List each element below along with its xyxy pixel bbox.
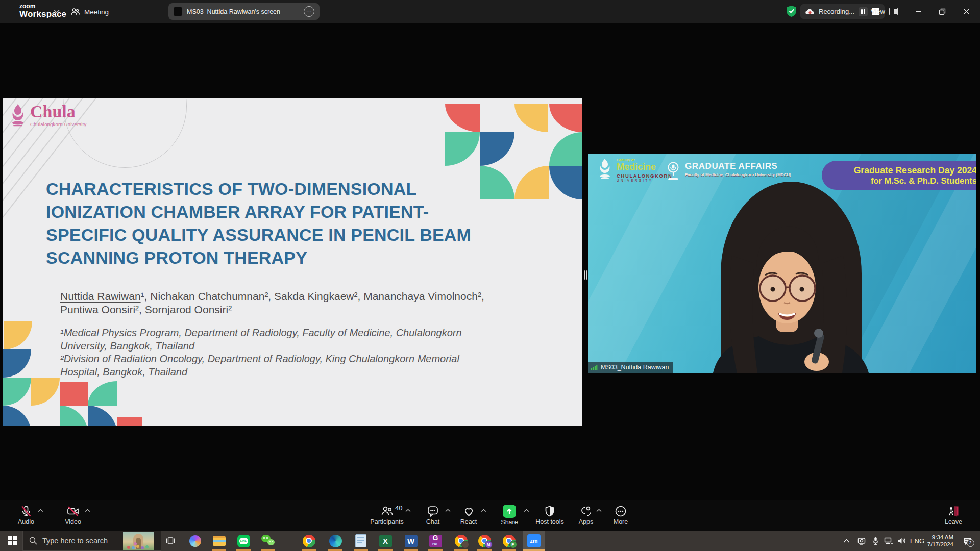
connection-signal-icon (591, 365, 598, 370)
decor-tile (31, 378, 60, 406)
tab-shared-screen[interactable]: MS03_Nuttida Rawiwan's screen ⋯ (168, 3, 320, 20)
share-button[interactable]: Share (493, 500, 526, 531)
graduate-affairs-title: GRADUATE AFFAIRS (685, 162, 791, 171)
event-banner: Graduate Research Day 2024 for M.Sc. & P… (822, 161, 976, 190)
pane-resize-handle[interactable] (583, 269, 588, 281)
speaker-icon (897, 537, 906, 544)
maximize-button[interactable] (930, 0, 954, 23)
decor-tile (60, 406, 88, 426)
tab-meeting[interactable]: Meeting (70, 4, 109, 19)
mic-muted-icon (20, 505, 32, 517)
search-daily-image[interactable] (123, 532, 154, 550)
chrome-profile-2-button[interactable]: M (474, 531, 495, 551)
notification-center-button[interactable]: 2 (959, 531, 976, 551)
view-button[interactable]: View (871, 4, 898, 19)
tray-language-button[interactable]: ENG (909, 531, 926, 551)
close-button[interactable] (954, 0, 978, 23)
task-view-button[interactable] (162, 531, 179, 551)
excel-icon: X (379, 535, 392, 547)
minimize-button[interactable] (906, 0, 930, 23)
ethernet-icon (884, 537, 893, 545)
host-tools-button[interactable]: Host tools (531, 500, 569, 531)
word-button[interactable]: W (400, 531, 422, 551)
tray-hidden-icons-button[interactable] (840, 531, 852, 551)
copilot-button[interactable] (185, 531, 205, 551)
profile-m-badge: M (485, 541, 493, 548)
share-options-chevron[interactable] (524, 509, 529, 512)
react-options-chevron[interactable] (481, 509, 486, 512)
cloud-recording-icon (805, 8, 815, 15)
chrome-profile-1-button[interactable] (450, 531, 472, 551)
chrome-profile-2-icon: M (478, 535, 491, 547)
wechat-icon (261, 535, 275, 547)
chulalongkorn-label: CHULALONGKORN (617, 173, 672, 179)
file-explorer-button[interactable] (208, 531, 230, 551)
chrome-profile-3-button[interactable]: P (498, 531, 520, 551)
tab-meeting-label: Meeting (84, 8, 109, 16)
notepad-button[interactable] (350, 531, 372, 551)
security-shield-icon[interactable] (786, 5, 797, 17)
edge-button[interactable] (325, 531, 346, 551)
video-button[interactable]: Video (58, 500, 88, 531)
chulalongkorn-emblem-icon (597, 158, 612, 182)
taskbar-search[interactable]: Type here to search (22, 531, 161, 551)
participants-button[interactable]: Participants 40 (363, 500, 410, 531)
start-button[interactable] (4, 531, 20, 551)
decor-tile (3, 378, 31, 406)
speaker-video-tile[interactable]: Faculty of Medicine CHULALONGKORN UNIVER… (588, 154, 976, 373)
more-button[interactable]: More (605, 500, 636, 531)
chrome-button[interactable] (298, 531, 320, 551)
chrome-profile-1-icon (455, 535, 468, 547)
tray-mic-indicator[interactable] (869, 531, 881, 551)
tray-volume-button[interactable] (894, 531, 909, 551)
tray-camera-indicator[interactable] (855, 531, 869, 551)
task-view-icon (166, 537, 175, 545)
participant-nameplate: MS03_Nuttida Rawiwan (588, 362, 673, 373)
clock-time: 9:34 AM (932, 534, 953, 541)
decor-tile (60, 382, 88, 406)
audio-options-chevron[interactable] (38, 509, 43, 512)
tray-clock[interactable]: 9:34 AM 7/17/2024 (925, 531, 953, 551)
titlebar: zoom Workspace Meeting MS03_Nuttida Rawi… (0, 0, 980, 23)
video-options-chevron[interactable] (85, 509, 90, 512)
edge-icon (329, 535, 342, 547)
camera-in-use-icon (857, 537, 867, 545)
wechat-button[interactable] (257, 531, 279, 551)
tray-network-button[interactable] (882, 531, 895, 551)
ellipsis-icon[interactable]: ⋯ (304, 6, 314, 17)
leave-door-icon (947, 505, 960, 517)
apps-options-chevron[interactable] (596, 509, 602, 512)
audio-button[interactable]: Audio (11, 500, 41, 531)
chevron-down-icon[interactable] (54, 9, 60, 13)
decor-tile (117, 417, 142, 426)
university-label: UNIVERSITY (617, 179, 672, 182)
windows-logo-icon (8, 536, 17, 545)
zoom-app-button[interactable]: zm (523, 531, 545, 551)
pause-recording-button[interactable] (859, 7, 868, 16)
shared-screen-slide: Chula Chulalongkorn University CHARACTER… (3, 98, 582, 426)
zoom-logo: zoom (19, 3, 35, 10)
leave-button[interactable]: Leave (937, 500, 970, 531)
chula-logo: Chula Chulalongkorn University (9, 103, 86, 128)
graduate-affairs-logo: GRADUATE AFFAIRS Faculty of Medicine, Ch… (666, 162, 791, 181)
apps-button[interactable]: Apps (572, 500, 600, 531)
meeting-toolbar: Audio Video Participants 40 Chat (0, 500, 980, 531)
participants-options-chevron[interactable] (405, 509, 411, 512)
event-banner-line1: Graduate Research Day 2024 (854, 165, 976, 176)
participant-name: MS03_Nuttida Rawiwan (601, 364, 669, 371)
chat-options-chevron[interactable] (445, 509, 451, 512)
react-button[interactable]: React (453, 500, 484, 531)
profile-avatar-badge (461, 541, 469, 548)
excel-button[interactable]: X (375, 531, 396, 551)
decor-tile (480, 132, 514, 166)
notification-icon: 2 (963, 537, 972, 545)
windows-taskbar: Type here to search LINE (0, 531, 980, 551)
notification-count-badge: 2 (967, 539, 974, 547)
foxit-pdf-icon: GPDF (429, 535, 442, 547)
chevron-up-icon (843, 539, 850, 543)
line-app-button[interactable]: LINE (233, 531, 254, 551)
chat-button[interactable]: Chat (418, 500, 448, 531)
heart-icon (462, 505, 475, 517)
decor-tile (88, 381, 117, 406)
foxit-pdf-button[interactable]: GPDF (425, 531, 446, 551)
